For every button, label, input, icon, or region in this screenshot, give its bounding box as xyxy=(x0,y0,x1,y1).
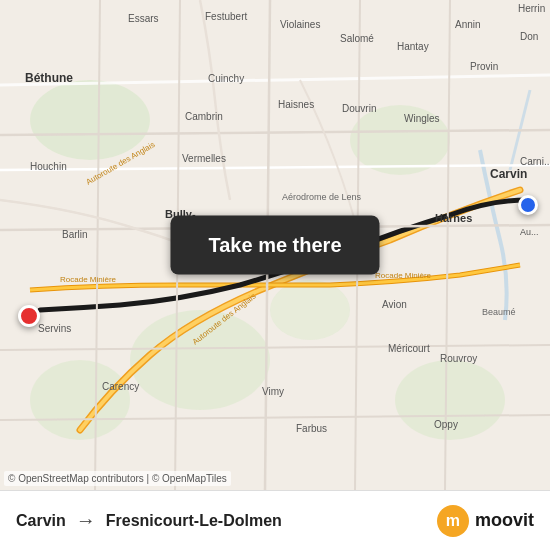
svg-text:Cuinchy: Cuinchy xyxy=(208,73,244,84)
svg-text:Don: Don xyxy=(520,31,538,42)
svg-text:Barlin: Barlin xyxy=(62,229,88,240)
svg-text:Hantay: Hantay xyxy=(397,41,429,52)
route-arrow: → xyxy=(76,509,96,532)
moovit-icon-letter: m xyxy=(446,512,460,530)
destination-label: Fresnicourt-Le-Dolmen xyxy=(106,512,282,530)
svg-text:Méricourt: Méricourt xyxy=(388,343,430,354)
svg-text:Wingles: Wingles xyxy=(404,113,440,124)
svg-text:Béthune: Béthune xyxy=(25,71,73,85)
svg-point-6 xyxy=(270,280,350,340)
svg-text:Haisnes: Haisnes xyxy=(278,99,314,110)
svg-text:Rouvroy: Rouvroy xyxy=(440,353,477,364)
moovit-logo: m moovit xyxy=(437,505,534,537)
origin-pin xyxy=(18,305,40,327)
svg-point-3 xyxy=(130,310,270,410)
svg-text:Avion: Avion xyxy=(382,299,407,310)
svg-text:Aérodrome de Lens: Aérodrome de Lens xyxy=(282,192,362,202)
svg-text:Harnes: Harnes xyxy=(435,212,472,224)
svg-text:Servins: Servins xyxy=(38,323,71,334)
svg-text:Violaines: Violaines xyxy=(280,19,320,30)
svg-text:Rocade Minière: Rocade Minière xyxy=(60,275,117,284)
map-container: Béthune Essars Festubert Violaines Salom… xyxy=(0,0,550,490)
svg-text:Salomé: Salomé xyxy=(340,33,374,44)
origin-label: Carvin xyxy=(16,512,66,530)
svg-text:Annin: Annin xyxy=(455,19,481,30)
svg-text:Carvin: Carvin xyxy=(490,167,527,181)
svg-text:Herrin: Herrin xyxy=(518,3,545,14)
moovit-icon: m xyxy=(437,505,469,537)
route-info: Carvin → Fresnicourt-Le-Dolmen xyxy=(16,509,282,532)
svg-text:Beaumé: Beaumé xyxy=(482,307,516,317)
svg-text:Douvrin: Douvrin xyxy=(342,103,376,114)
svg-text:Rocade Minière: Rocade Minière xyxy=(375,271,432,280)
svg-text:Au...: Au... xyxy=(520,227,539,237)
take-me-there-button[interactable]: Take me there xyxy=(170,216,379,275)
svg-text:Cambrin: Cambrin xyxy=(185,111,223,122)
svg-text:Festubert: Festubert xyxy=(205,11,247,22)
svg-text:Farbus: Farbus xyxy=(296,423,327,434)
destination-pin xyxy=(518,195,538,215)
svg-text:Carency: Carency xyxy=(102,381,139,392)
svg-text:Provin: Provin xyxy=(470,61,498,72)
svg-text:Vermelles: Vermelles xyxy=(182,153,226,164)
svg-text:Carni...: Carni... xyxy=(520,156,550,167)
bottom-bar: Carvin → Fresnicourt-Le-Dolmen m moovit xyxy=(0,490,550,550)
svg-text:Houchin: Houchin xyxy=(30,161,67,172)
map-copyright: © OpenStreetMap contributors | © OpenMap… xyxy=(4,471,231,486)
svg-point-1 xyxy=(30,80,150,160)
svg-text:Essars: Essars xyxy=(128,13,159,24)
moovit-text: moovit xyxy=(475,510,534,531)
svg-text:Vimy: Vimy xyxy=(262,386,284,397)
svg-text:Oppy: Oppy xyxy=(434,419,458,430)
